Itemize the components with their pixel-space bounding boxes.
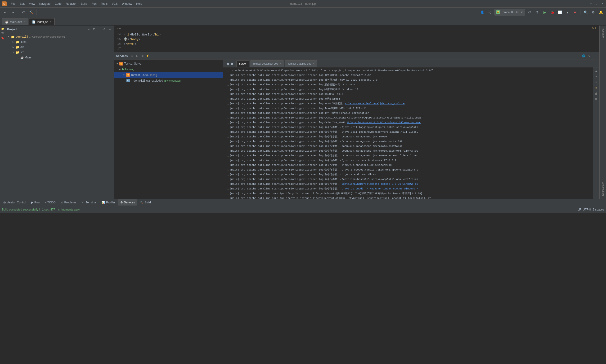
menu-navigate[interactable]: Navigate (37, 1, 52, 6)
hide-panel-button[interactable]: ─ (107, 27, 112, 32)
menu-refactor[interactable]: Refactor (64, 1, 78, 6)
svc-settings-button[interactable]: ⚙ (587, 54, 592, 58)
tab-index-jsp[interactable]: 📄 index.jsp ✕ (29, 18, 55, 25)
menu-run[interactable]: Run (90, 1, 98, 6)
log-line-7: i [main] org.apache.catalina.startup.Ver… (225, 102, 591, 106)
run-icon: ▶ (31, 201, 33, 204)
more-run-options[interactable]: ▾ (564, 9, 571, 16)
maximize-button[interactable]: □ (595, 2, 598, 6)
svc-item-war[interactable]: W ✓ demo123:war exploded [Synchronized] (114, 78, 223, 83)
btab-problems[interactable]: ⚠ Problems (58, 199, 79, 206)
back-button[interactable]: ← (2, 9, 9, 16)
btab-todo[interactable]: ≡ TODO (42, 199, 58, 206)
notifications-button[interactable]: 🔔 (597, 9, 604, 16)
minimize-button[interactable]: ─ (589, 2, 593, 6)
code-editor[interactable]: 14 <h1>Hello World</h1> 15 👽</body> 16 <… (114, 31, 599, 52)
user-button[interactable]: 👤 (479, 9, 486, 16)
main-java-icon: ☕ (20, 56, 24, 59)
build-button[interactable]: 🔨 (28, 9, 34, 16)
menu-help[interactable]: Help (134, 1, 144, 6)
tree-item-idea[interactable]: ▶ 📁 .idea (5, 39, 114, 44)
svc-collapse[interactable]: ⊟ (135, 54, 139, 58)
code-line-16: 16 </html> (114, 42, 599, 46)
settings-panel-button[interactable]: ⚙ (102, 27, 107, 32)
close-button[interactable]: ✕ (600, 2, 604, 6)
log-tab-catalina[interactable]: Tomcat Catalina Log ✕ (285, 60, 317, 67)
log-nav-left[interactable]: ◀ (225, 61, 230, 66)
update-button[interactable]: ⬆ (534, 9, 540, 16)
btab-profiler[interactable]: 📊 Profiler (99, 199, 117, 206)
forward-button[interactable]: → (10, 9, 16, 16)
tree-root[interactable]: ▼ 📁 demo123 C:\Users\a\IdeaProjects\demo… (5, 34, 114, 39)
settings-button[interactable]: ⚙ (590, 9, 596, 16)
svc-item-tomcat-instance[interactable]: ▼ 🐱 Tomcat 8.5.96 [local] (114, 72, 223, 78)
menu-file[interactable]: File (9, 1, 17, 6)
encoding-item[interactable]: UTF-8 (583, 208, 591, 211)
btab-run[interactable]: ▶ Run (29, 199, 42, 206)
tab-close-index[interactable]: ✕ (50, 21, 52, 23)
btab-services[interactable]: ⚙ Services (118, 199, 137, 206)
log-tab-localhost[interactable]: Tomcat Localhost Log ✕ (250, 60, 284, 67)
btab-terminal[interactable]: >_ Terminal (79, 199, 99, 206)
idea-label: .idea (20, 40, 27, 43)
refresh-icon[interactable]: ↺ (526, 9, 533, 16)
print-button[interactable]: 🖨 (594, 91, 599, 96)
catalina-tab-close[interactable]: ✕ (313, 63, 315, 65)
align-button[interactable]: ≡ (594, 85, 599, 90)
line-ending-item[interactable]: LF (578, 208, 581, 211)
tab-close-main[interactable]: ✕ (23, 21, 25, 23)
tab-main-java[interactable]: ☕ Main.java ✕ (2, 18, 28, 25)
log-content[interactable]: i → -pache-tomcat-8.5.96-windows-x64\apa… (223, 67, 593, 199)
menu-build[interactable]: Build (79, 1, 89, 6)
scroll-down-button[interactable]: ▼ (594, 74, 599, 79)
project-icon[interactable]: 📁 (0, 26, 5, 31)
svc-close-button[interactable]: ─ (593, 54, 597, 58)
svc-filter[interactable]: ⚡ (145, 54, 150, 58)
tree-item-out[interactable]: ▶ 📁 out (5, 44, 114, 50)
tab-more-button[interactable]: ⋮ (601, 21, 606, 25)
menu-vcs[interactable]: VCS (110, 1, 120, 6)
btab-build[interactable]: 🔨 Build (138, 199, 153, 206)
menu-tools[interactable]: Tools (99, 1, 110, 6)
menu-view[interactable]: View (27, 1, 37, 6)
localhost-tab-close[interactable]: ✕ (279, 63, 281, 65)
structure-icon[interactable]: 🏗 (0, 31, 5, 36)
group-button[interactable]: ☰ (97, 27, 102, 32)
search-button[interactable]: 🔍 (582, 9, 589, 16)
database-label[interactable]: Database (601, 26, 605, 41)
run-with-coverage[interactable]: 📊 (556, 9, 563, 16)
refresh-button[interactable]: ↺ (20, 9, 27, 16)
build-icon: 🔨 (140, 201, 143, 204)
run-config-selector[interactable]: 🐱 Tomcat 8.5.96 ▼ (494, 9, 525, 16)
localhost-tab-label: Tomcat Localhost Log (253, 62, 278, 65)
svc-item-tomcat-server[interactable]: ▼ 🐱 Tomcat Server (114, 61, 223, 66)
debug-button[interactable]: 🐞 (549, 9, 556, 16)
nav-button[interactable]: ◁ (487, 9, 493, 16)
notifications-label[interactable]: Notifications (601, 180, 605, 198)
indent-item[interactable]: 2 spaces (593, 208, 604, 211)
svc-expand-all[interactable]: ≡ (130, 54, 134, 58)
collapse-all-button[interactable]: ⊟ (92, 27, 96, 32)
log-nav-right[interactable]: ▶ (230, 61, 235, 66)
clear-button[interactable]: 🗑 (594, 97, 599, 102)
menu-window[interactable]: Window (120, 1, 134, 6)
idea-arrow: ▶ (12, 40, 15, 43)
menu-code[interactable]: Code (53, 1, 63, 6)
bookmarks-icon[interactable]: 🔖 (0, 36, 5, 40)
log-tab-server[interactable]: Server (236, 60, 249, 67)
wrap-lines-button[interactable]: ≡ (594, 80, 599, 84)
scroll-up-button[interactable]: ▲ (594, 68, 599, 73)
svc-group[interactable]: ⊞ (140, 54, 145, 58)
btab-version-control[interactable]: ◷ Version Control (1, 199, 28, 206)
svc-sort[interactable]: ↕ (150, 54, 155, 58)
expand-all-button[interactable]: ≡ (86, 27, 91, 32)
svc-web-button[interactable]: 🌐 (581, 54, 586, 58)
stop-button[interactable]: ■ (572, 9, 578, 16)
tree-item-src[interactable]: ▼ 📁 src (5, 50, 114, 55)
tree-item-main[interactable]: ☕ Main (5, 55, 114, 60)
svc-add[interactable]: + (156, 54, 160, 58)
run-button[interactable]: ▶ (541, 9, 548, 16)
vc-label: Version Control (7, 201, 26, 204)
menu-edit[interactable]: Edit (18, 1, 27, 6)
svc-item-running[interactable]: ▶ Running (114, 66, 223, 72)
